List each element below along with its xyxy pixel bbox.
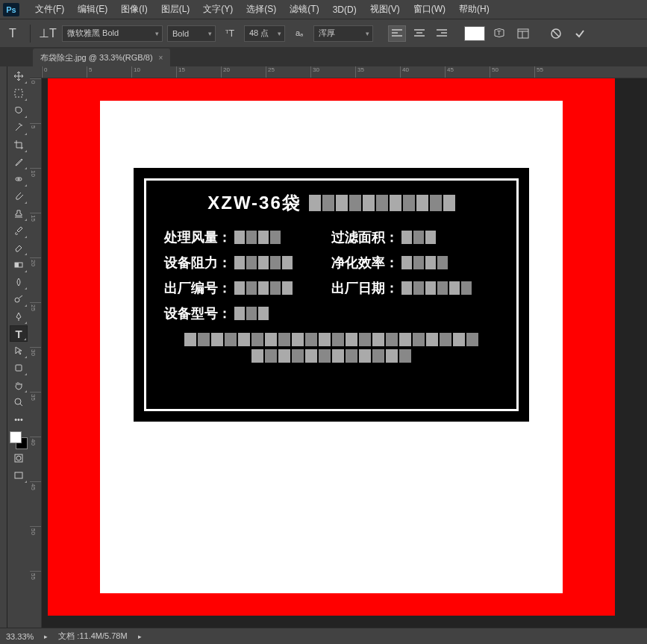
orientation-icon[interactable]: ⊥T: [38, 24, 57, 43]
dodge-tool[interactable]: [10, 291, 28, 307]
nameplate-footer: [164, 333, 498, 363]
crop-tool[interactable]: [10, 137, 28, 153]
redacted-block: [234, 231, 281, 244]
ruler-tick: 30: [30, 347, 41, 392]
menu-file[interactable]: 文件(F): [28, 3, 71, 16]
antialias-dropdown[interactable]: 浑厚: [313, 25, 373, 42]
menu-type[interactable]: 文字(Y): [196, 3, 240, 16]
font-family-dropdown[interactable]: 微软雅黑 Bold: [62, 25, 163, 42]
warp-text-button[interactable]: T: [490, 24, 509, 43]
ruler-tick: 20: [30, 257, 41, 302]
redacted-block: [234, 307, 269, 320]
ruler-tick: 45: [30, 481, 41, 526]
menu-edit[interactable]: 编辑(E): [71, 3, 114, 16]
tab-close-button[interactable]: ×: [159, 54, 163, 62]
svg-rect-3: [15, 90, 22, 97]
menu-layer[interactable]: 图层(L): [154, 3, 197, 16]
zoom-tool[interactable]: [10, 394, 28, 410]
svg-rect-12: [15, 472, 22, 478]
svg-point-7: [15, 298, 19, 302]
hand-tool[interactable]: [10, 377, 28, 393]
svg-rect-1: [518, 29, 528, 38]
ruler-horizontal[interactable]: 0510152025303540455055: [42, 66, 647, 78]
path-select-tool[interactable]: [10, 343, 28, 359]
foreground-color[interactable]: [10, 431, 22, 443]
workspace: T ••• 0510152025303540455055 05101520253…: [0, 66, 647, 628]
doc-arrow-icon[interactable]: ▸: [138, 633, 142, 640]
nameplate-title: XZW-36袋: [164, 191, 498, 215]
redacted-block: [251, 349, 411, 363]
lasso-tool[interactable]: [10, 102, 28, 119]
ruler-corner: [30, 66, 42, 78]
ruler-tick: 45: [445, 66, 490, 78]
toolbox: T •••: [7, 66, 30, 628]
options-bar: T ⊥T 微软雅黑 Bold Bold ᵀT 48 点 aₐ 浑厚 T: [0, 19, 647, 47]
font-size-dropdown[interactable]: 48 点: [244, 25, 285, 42]
pen-tool[interactable]: [10, 308, 28, 325]
redacted-block: [234, 281, 293, 295]
ruler-tick: 35: [30, 392, 41, 437]
shape-tool[interactable]: [10, 360, 28, 376]
healing-tool[interactable]: [10, 171, 28, 187]
doc-size: 文档 :11.4M/5.78M: [58, 631, 127, 642]
quick-mask-button[interactable]: [10, 450, 28, 466]
align-left-button[interactable]: [388, 25, 406, 42]
ruler-vertical[interactable]: 0510152025303540455055: [30, 78, 42, 628]
gradient-tool[interactable]: [10, 257, 28, 273]
menu-filter[interactable]: 滤镜(T): [283, 3, 325, 16]
font-weight-dropdown[interactable]: Bold: [167, 25, 216, 42]
svg-rect-6: [15, 263, 19, 267]
artboard-white: XZW-36袋 处理风量： 过滤面积： 设备阻力： 净化效率： 出厂编号：: [100, 101, 563, 593]
document-tab-bar: 布袋除尘.jpg @ 33.3%(RGB/8) ×: [0, 47, 647, 66]
commit-button[interactable]: [570, 24, 590, 43]
cancel-button[interactable]: [546, 24, 566, 43]
ruler-tick: 0: [42, 66, 87, 78]
more-tools[interactable]: •••: [10, 411, 28, 428]
menu-view[interactable]: 视图(V): [363, 3, 407, 16]
canvas[interactable]: XZW-36袋 处理风量： 过滤面积： 设备阻力： 净化效率： 出厂编号：: [48, 78, 615, 616]
ruler-tick: 5: [87, 66, 131, 78]
stamp-tool[interactable]: [10, 205, 28, 222]
zoom-arrow-icon[interactable]: ▸: [44, 633, 48, 640]
ruler-tick: 40: [400, 66, 445, 78]
menu-select[interactable]: 选择(S): [240, 3, 283, 16]
blur-tool[interactable]: [10, 274, 28, 290]
svg-rect-8: [16, 365, 22, 371]
svg-text:T: T: [497, 29, 501, 37]
menu-3d[interactable]: 3D(D): [326, 4, 363, 15]
menu-image[interactable]: 图像(I): [114, 3, 154, 16]
redacted-block: [401, 231, 436, 244]
type-tool-icon: T: [3, 24, 22, 43]
color-swatches[interactable]: [10, 431, 28, 449]
history-brush-tool[interactable]: [10, 222, 28, 239]
ruler-tick: 10: [30, 168, 41, 213]
ruler-tick: 0: [30, 78, 41, 123]
label-serial: 出厂编号：: [164, 279, 231, 297]
menu-help[interactable]: 帮助(H): [452, 3, 496, 16]
brush-tool[interactable]: [10, 188, 28, 204]
zoom-level[interactable]: 33.33%: [6, 632, 34, 641]
label-date: 出厂日期：: [331, 279, 398, 297]
eyedropper-tool[interactable]: [10, 154, 28, 170]
menu-window[interactable]: 窗口(W): [407, 3, 452, 16]
magic-wand-tool[interactable]: [10, 119, 28, 136]
eraser-tool[interactable]: [10, 240, 28, 256]
nameplate: XZW-36袋 处理风量： 过滤面积： 设备阻力： 净化效率： 出厂编号：: [134, 168, 529, 422]
screen-mode-button[interactable]: [10, 467, 28, 484]
ruler-tick: 55: [30, 571, 41, 616]
move-tool[interactable]: [10, 68, 28, 84]
text-color-swatch[interactable]: [464, 26, 485, 41]
marquee-tool[interactable]: [10, 85, 28, 101]
ruler-tick: 25: [30, 302, 41, 347]
ruler-tick: 10: [131, 66, 176, 78]
align-right-button[interactable]: [433, 25, 451, 42]
type-tool[interactable]: T: [10, 325, 28, 342]
panel-dock-left[interactable]: [0, 66, 7, 628]
app-logo: Ps: [3, 3, 19, 16]
document-tab[interactable]: 布袋除尘.jpg @ 33.3%(RGB/8) ×: [33, 49, 170, 66]
svg-point-11: [16, 456, 21, 460]
char-panel-button[interactable]: [513, 24, 533, 43]
align-center-button[interactable]: [410, 25, 428, 42]
label-efficiency: 净化效率：: [331, 254, 398, 272]
ruler-tick: 20: [221, 66, 266, 78]
